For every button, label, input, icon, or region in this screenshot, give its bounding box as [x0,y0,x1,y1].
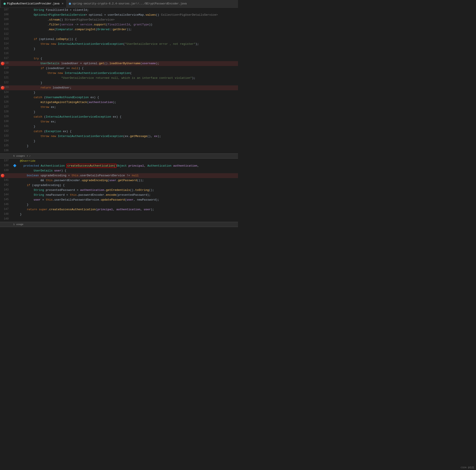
code-line-108: 108 Optional<PigUserDetailsService> opti… [0,13,238,17]
code-line-136: 136 [0,149,238,153]
tab-bar: PigDaoAuthenticationProvider.java × spri… [0,0,238,8]
line-content-107: String finalClientId = clientId; [12,8,238,13]
line-content-117: try { [12,56,238,61]
line-num-140 [0,173,12,174]
line-num-137: 137 [0,159,12,162]
usages-arrow-1: ⬇ ✓ [27,155,31,157]
line-num-121: 121 [0,76,12,79]
line-num-115: 115 [0,47,12,50]
line-num-139: 139 [0,168,12,172]
line-content-116 [12,52,238,52]
line-content-126: mitigateAgainstTimingAttack(authenticati… [12,100,238,105]
usages-label-2: 1 usage [0,222,238,227]
line-content-123: return loadedUser; [12,85,238,90]
line-num-109: 109 [0,17,12,21]
code-line-130: 130 throw ex; [0,119,238,124]
tab-bcrypt[interactable]: spring-security-crypto-6.2.4-sources.jar… [66,0,189,7]
code-line-113: 113 if (optional.isEmpty()) { [0,37,238,42]
code-line-140: 🍎 boolean upgradeEncoding = this.userDet… [0,173,238,178]
line-content-124: } [12,90,238,95]
code-line-143: 143 String presentedPassword = authentic… [0,188,238,193]
tab-label-1: PigDaoAuthenticationProvider.java [7,2,60,5]
breakpoint-123: 🍎 [1,86,4,89]
code-line-126: 126 mitigateAgainstTimingAttack(authenti… [0,100,238,105]
line-content-148: } [12,212,238,217]
line-num-129: 129 [0,115,12,118]
code-line-133: 133 throw new InternalAuthenticationServ… [0,134,238,139]
usages-count-2: 1 usage [13,223,23,226]
line-num-141: 141 [0,178,12,182]
line-content-113: if (optional.isEmpty()) { [12,37,238,42]
line-content-128: } [12,110,238,115]
line-num-107: 107 [0,8,12,11]
line-num-125: 125 [0,95,12,99]
code-line-120: 120 throw new InternalAuthenticationServ… [0,71,238,76]
breakpoint-118: 🍎 [1,62,4,65]
line-content-144: String newPassword = this.passwordEncode… [12,193,238,197]
code-line-116: 116 [0,52,238,56]
line-content-115: } [12,47,238,52]
line-content-139: UserDetails user) { [12,168,238,173]
code-line-114: 114 throw new InternalAuthenticationServ… [0,42,238,47]
line-num-124: 124 [0,90,12,94]
line-content-130: throw ex; [12,119,238,124]
line-content-143: String presentedPassword = authenticatio… [12,188,238,193]
line-num-130: 130 [0,119,12,123]
line-content-149 [12,217,238,218]
code-line-144: 144 String newPassword = this.passwordEn… [0,193,238,197]
code-line-110: 110 .filter(service -> service.support(f… [0,22,238,27]
line-num-126: 126 [0,100,12,104]
line-content-145: user = this.userDetailsPasswordService.u… [12,197,238,202]
code-line-138: 138 🔷 protected Authentication createSuc… [0,163,238,168]
code-line-148: 148 } [0,212,238,217]
line-content-112 [12,32,238,33]
code-line-142: 142 if (upgradeEncoding) { [0,183,238,188]
code-line-139: 139 UserDetails user) { [0,168,238,173]
code-line-112: 112 [0,32,238,37]
code-line-117: 117 try { [0,56,238,61]
tab-label-2: spring-security-crypto-6.2.4-sources.jar… [72,2,187,5]
usages-count-1: 5 usages [13,155,25,157]
line-num-148: 148 [0,212,12,216]
code-line-111: 111 .max(Comparator.comparingInt(Ordered… [0,27,238,32]
code-line-149: 149 [0,217,238,222]
line-num-132: 132 [0,129,12,133]
line-content-137: @Override [12,159,238,163]
line-content-110: .filter(service -> service.support(final… [12,22,238,27]
code-container[interactable]: 107 String finalClientId = clientId; 108… [0,8,238,470]
line-content-131: } [12,124,238,129]
line-num-133: 133 [0,134,12,138]
line-num-119: 119 [0,66,12,70]
line-num-108: 108 [0,13,12,16]
usages-label-1: 5 usages ⬇ ✓ [0,154,238,158]
line-num-142: 142 [0,183,12,187]
line-num-112: 112 [0,32,12,35]
line-num-147: 147 [0,207,12,211]
line-content-133: throw new InternalAuthenticationServiceE… [12,134,238,139]
line-content-108: Optional<PigUserDetailsService> optional… [12,13,238,17]
line-num-116: 116 [0,52,12,55]
line-num-144: 144 [0,193,12,196]
line-num-111: 111 [0,27,12,31]
line-content-138: 🔷 protected Authentication createSuccess… [12,163,238,168]
tab-pig-dao[interactable]: PigDaoAuthenticationProvider.java × [1,0,66,7]
line-content-132: catch (Exception ex) { [12,129,238,134]
line-content-134: } [12,139,238,144]
line-num-136: 136 [0,149,12,152]
line-num-128: 128 [0,110,12,113]
line-content-121: "UserDetailsService returned null, which… [12,76,238,81]
line-num-120: 120 [0,71,12,74]
line-content-125: catch (UsernameNotFoundException ex) { [12,95,238,100]
line-num-127: 127 [0,105,12,108]
line-num-131: 131 [0,124,12,128]
line-num-135: 135 [0,144,12,147]
line-num-114: 114 [0,42,12,45]
line-num-134: 134 [0,139,12,142]
code-line-146: 146 } [0,202,238,207]
line-content-118: UserDetails loadedUser = optional.get().… [12,61,238,66]
line-content-114: throw new InternalAuthenticationServiceE… [12,42,238,47]
line-content-136 [12,149,238,149]
tab-close-1[interactable]: × [62,2,64,5]
code-line-132: 132 catch (Exception ex) { [0,129,238,134]
line-content-122: } [12,81,238,85]
